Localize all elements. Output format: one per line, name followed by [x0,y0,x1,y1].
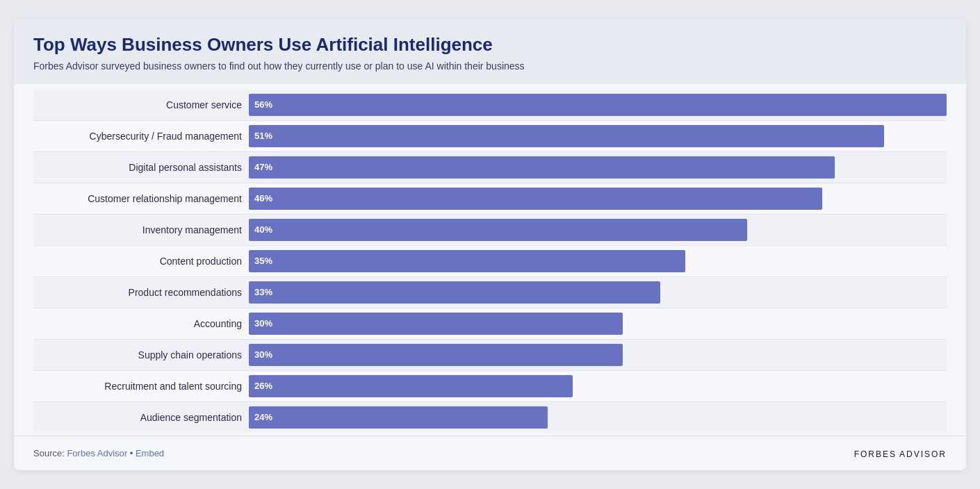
bar-fill: 30% [249,313,623,335]
bar-fill: 56% [249,94,947,116]
bar-fill: 47% [249,156,835,179]
bar-container: 47% [249,152,947,183]
bar-label: Inventory management [33,224,249,235]
bar-label: Product recommendations [33,287,249,298]
bar-label: Content production [33,256,249,267]
bar-fill: 26% [249,375,573,397]
bar-row: Audience segmentation24% [33,402,947,433]
header-section: Top Ways Business Owners Use Artificial … [14,19,966,83]
logo-light: ADVISOR [899,449,947,459]
infographic-card: Top Ways Business Owners Use Artificial … [14,19,966,470]
embed-link[interactable]: Embed [136,448,164,458]
bar-label: Customer relationship management [33,193,249,204]
bar-value-label: 46% [254,193,272,204]
bar-value-label: 51% [254,131,272,141]
bar-fill: 30% [249,344,623,366]
bar-label: Customer service [33,99,249,110]
bar-value-label: 33% [254,287,272,297]
bar-fill: 33% [249,281,660,304]
bar-label: Recruitment and talent sourcing [33,381,249,392]
chart-subtitle: Forbes Advisor surveyed business owners … [33,60,947,72]
bar-value-label: 26% [254,381,272,391]
bar-row: Inventory management40% [33,215,947,246]
bar-fill: 35% [249,250,685,272]
bar-value-label: 30% [254,318,272,329]
bar-fill: 24% [249,406,548,429]
bar-container: 51% [249,121,947,151]
bar-label: Audience segmentation [33,412,249,423]
bar-row: Cybersecurity / Fraud management51% [33,121,947,152]
footer-separator: • [127,448,136,458]
bar-row: Supply chain operations30% [33,340,947,371]
bar-value-label: 47% [254,162,272,172]
bar-label: Supply chain operations [33,349,249,360]
bar-row: Customer service56% [33,90,947,121]
bar-container: 56% [249,90,947,120]
bar-row: Digital personal assistants47% [33,152,947,183]
bar-container: 35% [249,246,947,276]
bar-value-label: 56% [254,99,272,110]
bar-container: 24% [249,402,947,433]
bar-container: 26% [249,371,947,401]
chart-area: Customer service56%Cybersecurity / Fraud… [14,84,966,433]
source-link[interactable]: Forbes Advisor [67,448,127,458]
bar-value-label: 40% [254,224,272,235]
source-prefix: Source: [33,448,67,458]
bar-row: Customer relationship management46% [33,183,947,215]
bar-row: Recruitment and talent sourcing26% [33,371,947,402]
source-text: Source: Forbes Advisor • Embed [33,448,164,458]
bar-container: 40% [249,215,947,245]
bar-value-label: 35% [254,256,272,266]
bar-container: 33% [249,277,947,308]
bar-row: Accounting30% [33,308,947,340]
bar-label: Accounting [33,318,249,329]
bar-container: 30% [249,308,947,339]
bar-container: 30% [249,340,947,370]
bar-row: Content production35% [33,246,947,277]
bar-fill: 40% [249,219,747,241]
footer-section: Source: Forbes Advisor • Embed ForbesADV… [14,436,966,470]
bar-label: Digital personal assistants [33,162,249,173]
logo-bold: Forbes [854,449,897,459]
bar-value-label: 30% [254,349,272,360]
forbes-logo: ForbesADVISOR [851,446,947,461]
bar-fill: 46% [249,188,822,210]
bar-label: Cybersecurity / Fraud management [33,131,249,142]
bar-fill: 51% [249,125,884,147]
bar-row: Product recommendations33% [33,277,947,308]
bar-container: 46% [249,183,947,214]
bar-value-label: 24% [254,412,272,422]
chart-title: Top Ways Business Owners Use Artificial … [33,34,947,56]
